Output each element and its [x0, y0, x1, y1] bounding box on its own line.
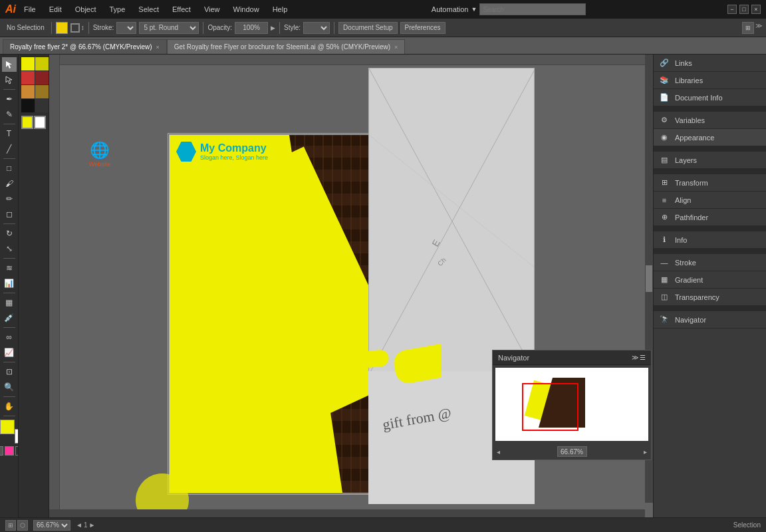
opacity-input[interactable] [235, 22, 268, 34]
tab-1-close-icon[interactable]: × [156, 44, 160, 51]
selection-tool-button[interactable] [2, 57, 17, 72]
layers-panel-item[interactable]: Layers [654, 152, 766, 169]
menu-help[interactable]: Help [270, 4, 291, 15]
preferences-button[interactable]: Preferences [400, 22, 446, 34]
eraser-tool-button[interactable]: ◻ [2, 207, 17, 221]
menu-type[interactable]: Type [107, 4, 128, 15]
gpu-icon[interactable]: ⬡ [17, 520, 28, 531]
tab-2-close-icon[interactable]: × [394, 44, 398, 51]
restore-button[interactable]: □ [739, 5, 749, 14]
zoom-increase-icon[interactable]: ▸ [644, 448, 647, 456]
scale-tool-button[interactable]: ⤡ [2, 241, 17, 256]
scrollbar-vertical-thumb[interactable] [646, 265, 652, 292]
pathfinder-panel-item[interactable]: Pathfinder [654, 209, 766, 226]
type-tool-button[interactable]: T [2, 126, 17, 141]
paintbrush-tool-button[interactable]: 🖌 [2, 176, 17, 191]
zoom-select[interactable]: 66.67% [33, 520, 70, 531]
color-mode-button[interactable]: ■ [0, 446, 3, 456]
swatch-red-light[interactable] [21, 71, 35, 84]
active-fill-swatch[interactable] [21, 116, 33, 129]
automation-dropdown-icon[interactable]: ▼ [471, 6, 477, 13]
minimize-button[interactable]: − [727, 5, 737, 14]
next-page-icon[interactable]: ► [88, 521, 95, 529]
hand-tool-button[interactable]: ✋ [2, 399, 17, 414]
document-info-panel-item[interactable]: Document Info [654, 89, 766, 106]
active-stroke-swatch[interactable] [34, 116, 46, 129]
column-graph-tool-button[interactable]: 📈 [2, 345, 17, 360]
gradient-panel-item[interactable]: Gradient [654, 271, 766, 289]
svg-line-0 [369, 68, 535, 374]
menu-file[interactable]: File [21, 4, 39, 15]
appearance-panel-item[interactable]: Appearance [654, 129, 766, 146]
gradient-tool-button[interactable]: ▦ [2, 295, 17, 310]
info-panel-item[interactable]: Info [654, 231, 766, 249]
gradient-label: Gradient [675, 276, 703, 284]
zoom-tool-button[interactable]: 🔍 [2, 380, 17, 394]
direct-selection-tool-button[interactable] [2, 72, 17, 87]
add-anchor-tool-button[interactable]: ✎ [2, 107, 17, 122]
swatch-black[interactable] [21, 99, 35, 112]
rectangle-tool-button[interactable]: □ [2, 161, 17, 176]
stroke-swatch[interactable] [70, 23, 80, 33]
libraries-panel-item[interactable]: Libraries [654, 72, 766, 89]
transform-panel-item[interactable]: Transform [654, 174, 766, 192]
variables-icon [659, 115, 670, 126]
menu-window[interactable]: Window [231, 4, 262, 15]
variables-panel-item[interactable]: Variables [654, 112, 766, 129]
navigator-panel-item[interactable]: Navigator [654, 311, 766, 329]
tabs-area: Royalty free flyer 2* @ 66.67% (CMYK/Pre… [0, 37, 766, 55]
foreground-color[interactable] [0, 420, 15, 434]
swatch-orange-dark[interactable] [35, 85, 49, 98]
pencil-tool-button[interactable]: ✏ [2, 192, 17, 206]
second-document[interactable]: E Ch [368, 68, 535, 374]
gradient-mode-button[interactable] [5, 446, 14, 456]
swatch-dark-gray[interactable] [35, 99, 49, 112]
stroke-cap-select[interactable]: 5 pt. Round [139, 22, 199, 34]
swatch-yellow-light[interactable] [21, 57, 35, 70]
navigator-expand-icon[interactable]: ☰ [640, 354, 646, 361]
navigator-zoom-input[interactable] [557, 446, 587, 457]
layers-icon [659, 155, 670, 166]
align-panel-item[interactable]: Align [654, 192, 766, 209]
swatch-yellow-dark[interactable] [35, 57, 49, 70]
arrange-icon[interactable]: ⊞ [742, 22, 754, 34]
swatch-orange-light[interactable] [21, 85, 35, 98]
expand-icon[interactable]: ≫ [755, 22, 762, 34]
swatch-red-dark[interactable] [35, 71, 49, 84]
prev-page-icon[interactable]: ◄ [76, 521, 82, 529]
opacity-arrow-icon[interactable]: ▶ [271, 25, 275, 31]
artboard-tool-button[interactable]: ⊡ [2, 364, 17, 379]
graph-tool-button[interactable]: 📊 [2, 276, 17, 291]
menu-effect[interactable]: Effect [170, 4, 193, 15]
blend-tool-button[interactable]: ∞ [2, 330, 17, 344]
appearance-icon [659, 132, 670, 143]
links-panel-item[interactable]: Links [654, 55, 766, 72]
rotate-tool-button[interactable]: ↻ [2, 226, 17, 241]
eyedropper-tool-button[interactable]: 💉 [2, 311, 17, 325]
search-input[interactable] [479, 3, 586, 15]
menu-select[interactable]: Select [136, 4, 162, 15]
toolbar-divider-1 [51, 22, 52, 34]
document-setup-button[interactable]: Document Setup [338, 22, 398, 34]
menu-object[interactable]: Object [72, 4, 99, 15]
menu-edit[interactable]: Edit [47, 4, 64, 15]
style-select[interactable] [303, 22, 330, 34]
appearance-label: Appearance [675, 134, 714, 142]
zoom-fit-icon[interactable]: ⊞ [5, 520, 16, 531]
navigator-menu-icon[interactable]: ≫ [632, 354, 638, 361]
transparency-panel-item[interactable]: Transparency [654, 289, 766, 306]
stroke-panel-item[interactable]: Stroke [654, 254, 766, 271]
line-tool-button[interactable]: ╱ [2, 142, 17, 156]
stroke-style-select[interactable] [116, 22, 136, 34]
close-button[interactable]: × [751, 5, 761, 14]
zoom-decrease-icon[interactable]: ◂ [497, 448, 500, 456]
tab-1[interactable]: Royalty free flyer 2* @ 66.67% (CMYK/Pre… [3, 39, 167, 54]
fill-swatch[interactable] [56, 22, 68, 34]
pen-tool-button[interactable]: ✒ [2, 92, 17, 106]
tab-2[interactable]: Get Royalty free Flyer or brochure for S… [167, 39, 406, 54]
scrollbar-horizontal[interactable] [49, 509, 645, 517]
warp-tool-button[interactable]: ≋ [2, 261, 17, 275]
menu-view[interactable]: View [201, 4, 223, 15]
selection-indicator: No Selection [4, 23, 47, 33]
navigator-preview[interactable] [495, 368, 648, 441]
